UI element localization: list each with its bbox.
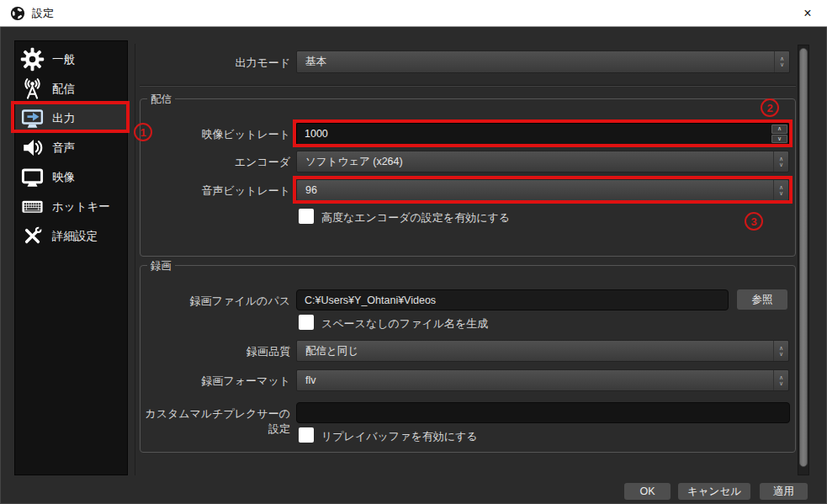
encoder-label: エンコーダ <box>143 155 290 170</box>
output-icon <box>20 106 45 130</box>
sidebar-item-video[interactable]: 映像 <box>15 162 127 192</box>
chevron-updown-icon: ∧∨ <box>773 341 788 361</box>
scrollbar-thumb[interactable] <box>799 48 808 467</box>
window-titlebar: 設定 × <box>0 0 827 27</box>
video-bitrate-value: 1000 <box>305 128 328 140</box>
muxer-settings-label: カスタムマルチプレクサーの設定 <box>143 406 290 437</box>
sidebar-item-output[interactable]: 出力 <box>15 103 127 133</box>
sidebar-item-label: 映像 <box>52 170 75 185</box>
encoder-select[interactable]: ソフトウェア (x264) ∧∨ <box>296 151 789 172</box>
recording-format-value: flv <box>305 374 316 386</box>
section-separator <box>140 85 796 87</box>
tools-icon <box>20 224 45 248</box>
content-divider <box>135 44 135 475</box>
recording-quality-label: 録画品質 <box>143 344 290 359</box>
recording-path-label: 録画ファイルのパス <box>143 294 290 309</box>
sidebar-item-general[interactable]: 一般 <box>15 45 127 74</box>
output-mode-select[interactable]: 基本 ∧∨ <box>296 50 790 73</box>
advanced-encoder-checkbox-label[interactable]: 高度なエンコーダの設定を有効にする <box>321 210 510 225</box>
chevron-updown-icon: ∧∨ <box>773 151 788 172</box>
video-bitrate-spinbox[interactable]: 1000 ∧ ∨ <box>296 123 789 145</box>
obs-logo-icon <box>10 6 25 21</box>
chevron-updown-icon: ∧∨ <box>773 180 788 200</box>
monitor-icon <box>20 165 45 189</box>
recording-path-value: C:¥Users¥Y_Ohtani¥Videos <box>305 294 436 306</box>
sidebar-item-label: 一般 <box>52 52 75 67</box>
browse-button[interactable]: 参照 <box>737 289 787 310</box>
gear-icon <box>20 47 45 72</box>
chevron-updown-icon: ∧∨ <box>774 51 789 72</box>
ok-button[interactable]: OK <box>624 483 671 500</box>
sidebar-item-label: 配信 <box>52 82 75 97</box>
spin-up-button[interactable]: ∧ <box>771 125 787 134</box>
sidebar-item-stream[interactable]: 配信 <box>15 74 127 103</box>
sidebar-item-label: 音声 <box>52 141 75 156</box>
audio-bitrate-label: 音声ビットレート <box>143 183 290 199</box>
sidebar-item-advanced[interactable]: 詳細設定 <box>15 221 127 251</box>
sidebar-item-label: ホットキー <box>52 199 110 215</box>
nospace-filename-checkbox-label[interactable]: スペースなしのファイル名を生成 <box>321 316 488 332</box>
muxer-settings-input[interactable] <box>296 402 790 423</box>
video-bitrate-label: 映像ビットレート <box>143 127 290 142</box>
settings-nav-sidebar: 一般 配信 出力 <box>14 40 128 475</box>
output-mode-value: 基本 <box>305 55 326 69</box>
sidebar-item-audio[interactable]: 音声 <box>15 133 127 162</box>
keyboard-icon <box>20 194 45 219</box>
advanced-encoder-checkbox[interactable] <box>299 209 314 224</box>
speaker-icon <box>20 135 45 160</box>
replay-buffer-checkbox-label[interactable]: リプレイバッファを有効にする <box>321 429 478 444</box>
apply-button[interactable]: 適用 <box>760 483 808 500</box>
chevron-updown-icon: ∧∨ <box>773 370 788 390</box>
sidebar-item-hotkeys[interactable]: ホットキー <box>15 192 127 221</box>
close-button[interactable]: × <box>790 0 825 26</box>
recording-format-select[interactable]: flv ∧∨ <box>296 369 789 391</box>
recording-format-label: 録画フォーマット <box>143 374 290 389</box>
nospace-filename-checkbox[interactable] <box>299 315 314 330</box>
spin-down-button[interactable]: ∨ <box>771 135 787 144</box>
sidebar-item-label: 詳細設定 <box>52 229 98 244</box>
stream-group-title: 配信 <box>147 93 175 107</box>
audio-bitrate-select[interactable]: 96 ∧∨ <box>296 179 789 201</box>
recording-group-title: 録画 <box>147 259 175 273</box>
recording-quality-select[interactable]: 配信と同じ ∧∨ <box>296 340 789 362</box>
output-mode-label: 出力モード <box>143 56 290 71</box>
sidebar-item-label: 出力 <box>52 111 75 126</box>
audio-bitrate-value: 96 <box>305 184 317 196</box>
recording-quality-value: 配信と同じ <box>305 344 358 358</box>
window-title: 設定 <box>32 0 54 26</box>
recording-path-input[interactable]: C:¥Users¥Y_Ohtani¥Videos <box>296 289 729 310</box>
broadcast-icon <box>20 77 45 101</box>
replay-buffer-checkbox[interactable] <box>299 427 314 443</box>
cancel-button[interactable]: キャンセル <box>678 483 750 500</box>
encoder-value: ソフトウェア (x264) <box>305 155 403 169</box>
